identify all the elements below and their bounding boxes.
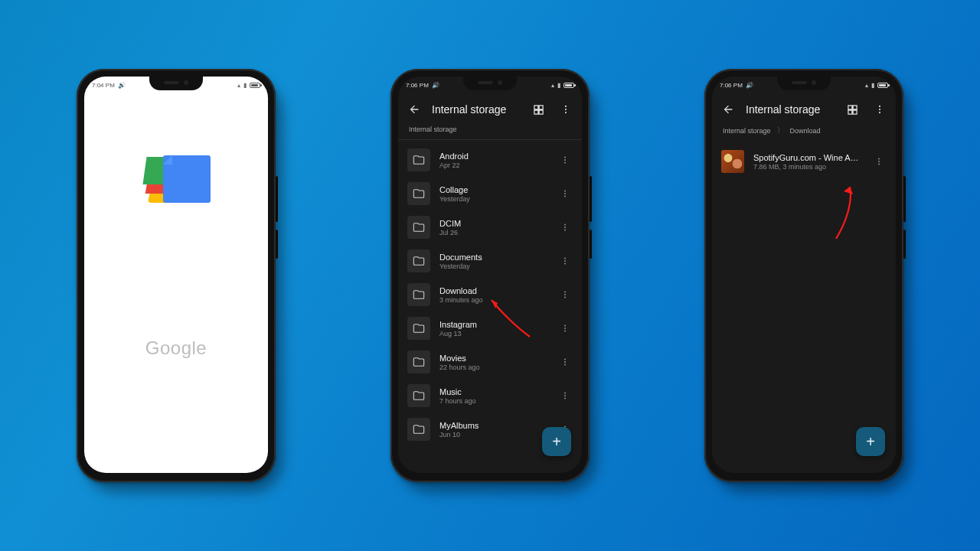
svg-point-1: [565, 109, 567, 110]
app-bar: Internal storage: [398, 93, 582, 126]
status-time: 7:06 PM: [406, 82, 429, 89]
item-overflow-button[interactable]: [557, 391, 573, 400]
folder-name: Instagram: [439, 320, 548, 329]
phone-3: 7:06 PM 🔊 ▴ ▮ Internal storage: [704, 69, 903, 482]
chevron-right-icon: 〉: [777, 126, 784, 135]
item-overflow-button[interactable]: [557, 189, 573, 198]
folder-icon: [407, 148, 430, 171]
phone-1: 7:04 PM 🔊 ▴ ▮ Google: [77, 69, 276, 482]
list-item[interactable]: Instagram Aug 13: [398, 311, 582, 345]
svg-point-15: [564, 292, 566, 293]
folder-name: DCIM: [439, 219, 548, 228]
svg-point-33: [879, 112, 880, 113]
breadcrumb-root[interactable]: Internal storage: [409, 126, 457, 133]
folder-name: Music: [439, 387, 548, 396]
google-wordmark: Google: [145, 337, 207, 359]
folder-name: Download: [439, 286, 548, 295]
breadcrumb-leaf[interactable]: Download: [790, 127, 821, 135]
plus-icon: +: [866, 433, 875, 451]
back-button[interactable]: [718, 99, 738, 119]
svg-point-13: [564, 260, 566, 262]
folder-subtext: Yesterday: [439, 195, 548, 203]
folder-icon: [407, 384, 430, 407]
folder-list: Android Apr 22 Collage Yesterday DCIM Ju…: [398, 140, 582, 449]
svg-point-6: [564, 191, 566, 192]
folder-name: Documents: [439, 253, 548, 262]
list-item[interactable]: Collage Yesterday: [398, 177, 582, 210]
fab-add-button[interactable]: +: [542, 427, 571, 456]
svg-point-0: [565, 106, 567, 107]
folder-subtext: 22 hours ago: [439, 364, 548, 371]
svg-point-7: [564, 193, 566, 194]
list-item[interactable]: Movies 22 hours ago: [398, 345, 582, 379]
annotation-arrow: [802, 179, 864, 248]
svg-point-2: [565, 112, 567, 113]
breadcrumb[interactable]: Internal storage 〉 Download: [712, 126, 896, 142]
folder-icon: [407, 283, 430, 306]
breadcrumb[interactable]: Internal storage: [398, 126, 582, 139]
phone-2: 7:06 PM 🔊 ▴ ▮ Internal storage: [390, 69, 590, 482]
folder-name: Collage: [439, 185, 548, 194]
svg-point-3: [564, 157, 566, 158]
item-overflow-button[interactable]: [871, 157, 887, 166]
wifi-icon: ▮: [243, 82, 247, 89]
battery-icon: [250, 83, 260, 88]
folder-name: Android: [439, 152, 548, 161]
volume-icon: 🔊: [746, 82, 753, 89]
wifi-icon: ▮: [871, 82, 874, 89]
item-overflow-button[interactable]: [557, 290, 573, 299]
folder-subtext: Jun 10: [439, 431, 548, 439]
breadcrumb-root[interactable]: Internal storage: [723, 127, 771, 135]
item-overflow-button[interactable]: [557, 155, 573, 165]
folder-icon: [407, 418, 430, 441]
svg-point-12: [564, 258, 566, 259]
svg-point-20: [564, 331, 566, 332]
overflow-menu-button[interactable]: [870, 99, 890, 119]
folder-subtext: Apr 22: [439, 161, 548, 169]
phone-notch: [463, 77, 517, 90]
folder-subtext: 7 hours ago: [439, 397, 548, 405]
signal-icon: ▴: [865, 82, 868, 89]
list-item[interactable]: Download 3 minutes ago: [398, 278, 582, 311]
layout-grid-button[interactable]: [528, 99, 548, 119]
battery-icon: [877, 83, 888, 88]
list-item[interactable]: Android Apr 22: [398, 143, 582, 177]
list-item[interactable]: Documents Yesterday: [398, 244, 582, 278]
folder-subtext: Aug 13: [439, 330, 548, 337]
folder-subtext: Yesterday: [439, 262, 548, 270]
folder-icon: [407, 350, 430, 373]
svg-point-36: [878, 164, 880, 165]
volume-icon: 🔊: [118, 82, 126, 89]
wifi-icon: ▮: [557, 82, 560, 89]
fab-add-button[interactable]: +: [856, 427, 885, 456]
svg-point-11: [564, 230, 566, 231]
layout-grid-button[interactable]: [842, 99, 862, 119]
svg-point-16: [564, 294, 566, 295]
back-button[interactable]: [404, 99, 424, 119]
folder-name: MyAlbums: [439, 421, 548, 430]
list-item[interactable]: SpotifyGuru.com - Wine Am Go L… 7.86 MB,…: [712, 145, 896, 178]
item-overflow-button[interactable]: [557, 324, 573, 333]
app-bar: Internal storage: [712, 93, 896, 126]
svg-point-18: [564, 325, 566, 327]
item-overflow-button[interactable]: [557, 223, 573, 232]
svg-marker-37: [844, 187, 853, 194]
signal-icon: ▴: [551, 82, 554, 89]
overflow-menu-button[interactable]: [556, 99, 576, 119]
folder-name: Movies: [439, 354, 548, 363]
item-overflow-button[interactable]: [557, 357, 573, 367]
file-name: SpotifyGuru.com - Wine Am Go L…: [753, 153, 862, 162]
page-title: Internal storage: [746, 103, 820, 116]
list-item[interactable]: Music 7 hours ago: [398, 379, 582, 412]
svg-point-26: [564, 398, 566, 399]
folder-subtext: 3 minutes ago: [439, 296, 548, 304]
svg-point-23: [564, 364, 566, 366]
page-title: Internal storage: [432, 103, 506, 116]
folder-icon: [407, 249, 430, 272]
folder-icon: [407, 317, 430, 340]
file-subtext: 7.86 MB, 3 minutes ago: [753, 163, 862, 171]
item-overflow-button[interactable]: [557, 256, 573, 266]
list-item[interactable]: DCIM Jul 26: [398, 210, 582, 244]
svg-point-4: [564, 159, 566, 161]
svg-point-31: [879, 106, 880, 107]
